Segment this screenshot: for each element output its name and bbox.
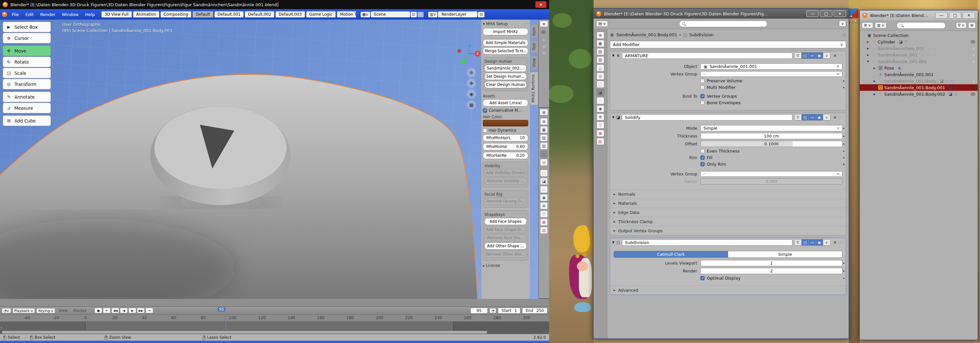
scene-unlink-icon[interactable]: ✕ [417, 12, 424, 17]
main-title-bar[interactable]: Blender* [E:\Daten Blender-3D Druck Figu… [0, 0, 549, 9]
outliner-search-input[interactable] [897, 22, 946, 29]
outliner-row[interactable]: ▶ SandmÃ¤nnle_001:Body.001 [860, 84, 978, 91]
properties-tab[interactable] [597, 130, 605, 137]
timeline-track-area[interactable] [0, 321, 549, 330]
camera-view-icon[interactable]: ◉ [467, 89, 476, 98]
catmull-clark-button[interactable]: Catmull-Clark [614, 251, 728, 257]
render-levels-field[interactable]: 2 [700, 268, 843, 274]
minimize-button[interactable]: — [806, 10, 819, 17]
pin-icon[interactable]: ⊙ [843, 32, 846, 37]
expand-arrow-icon[interactable]: ▶ [867, 54, 870, 57]
add-modifier-dropdown[interactable]: Add Modifier∨ [610, 41, 846, 48]
row-label[interactable]: SandmÃ¤nnle_001:Body [884, 79, 936, 84]
properties-tab[interactable] [597, 73, 605, 80]
sidebar-tab[interactable]: Item [531, 24, 538, 38]
expand-arrow-icon[interactable]: ▶ [873, 86, 877, 89]
menu-item[interactable]: Edit [22, 12, 37, 17]
drag-dots-icon[interactable]: ∷∷ [840, 241, 844, 244]
bind-vertex-groups-checkbox[interactable] [700, 94, 705, 98]
close-button[interactable]: ✕ [963, 12, 975, 19]
rim-fill-checkbox[interactable] [700, 156, 705, 160]
even-thickness-checkbox[interactable] [700, 149, 705, 153]
modifier-name-field[interactable]: Subdivision [622, 240, 792, 246]
properties-tab[interactable] [597, 138, 605, 145]
sidebar-tab[interactable]: Tool [531, 40, 538, 53]
navigation-gizmo[interactable]: X [457, 45, 480, 65]
viewport-display-toggle-icon[interactable]: ▭ [809, 52, 816, 59]
properties-tab[interactable] [540, 159, 548, 166]
properties-tab[interactable] [540, 170, 548, 177]
maximize-button[interactable]: □ [820, 10, 832, 17]
thickness-field[interactable]: 100 cm [700, 133, 843, 139]
row-label[interactable]: SandmÃ¤nnchen_001 [878, 46, 924, 51]
add-simple-materials-button[interactable]: Add Simple Materials [483, 39, 528, 46]
properties-tab[interactable] [597, 48, 605, 55]
edit-mode-toggle-icon[interactable]: ∇ [794, 52, 802, 59]
layout-tab[interactable]: Game Logic [306, 11, 336, 17]
layout-tab[interactable]: Compositing [161, 11, 191, 17]
preserve-volume-checkbox[interactable] [700, 79, 705, 83]
playhead[interactable] [225, 314, 226, 330]
frame-end-field[interactable]: End250 [522, 308, 547, 314]
region-collapse-icon[interactable]: › [1, 326, 2, 330]
tool-button[interactable]: ⊕ Cursor [3, 33, 51, 43]
visibility-toggle[interactable] [971, 40, 975, 44]
clear-design-human-button[interactable]: Clear Design Human [484, 81, 527, 88]
extras-dropdown-icon[interactable]: ∨ [823, 52, 830, 59]
properties-tab[interactable] [597, 105, 605, 113]
options-dropdown-icon[interactable]: ∨ [839, 21, 846, 27]
scene-name-field[interactable]: Scene [371, 11, 410, 17]
shapekeys-button[interactable]: Add Other Shape ... [484, 242, 527, 249]
viewport-display-toggle-icon[interactable]: ▭ [809, 114, 816, 120]
extras-dropdown-icon[interactable]: ∨ [823, 240, 830, 245]
sidebar-tab[interactable]: MHX2 Runtime [530, 71, 538, 105]
properties-tab[interactable] [597, 40, 605, 47]
drag-dots-icon[interactable]: ∷∷ [840, 54, 844, 57]
tool-button[interactable]: ↻ Rotate [3, 57, 51, 67]
layout-tab[interactable]: Animation [133, 11, 159, 17]
timeline-marker-menu[interactable]: Marker [71, 308, 89, 313]
cage-toggle-icon[interactable]: ◫ [802, 114, 809, 120]
close-button[interactable]: ✕ [535, 1, 547, 8]
render-toggle-icon[interactable]: ◉ [816, 52, 823, 59]
delete-modifier-icon[interactable]: ✕ [832, 53, 838, 58]
properties-tab[interactable] [540, 134, 548, 141]
jump-start-button[interactable]: ⇤ [103, 308, 111, 313]
properties-tab[interactable] [597, 32, 605, 39]
layout-tab[interactable]: Default.001 [214, 11, 244, 17]
expand-arrow-icon[interactable]: ▶ [873, 80, 877, 83]
factor-field[interactable]: 0.000 [700, 178, 843, 184]
collapsed-section[interactable]: ▶Edge Data [610, 208, 846, 217]
shapekeys-button[interactable]: Add Face Shapes [484, 218, 527, 225]
timeline-editor-icon[interactable]: ◔∨ [2, 308, 11, 313]
editor-type-icon[interactable]: ≣ ∨ [862, 22, 873, 29]
collapse-arrow-icon[interactable]: ▼ [612, 116, 614, 119]
current-frame-field[interactable]: 95 [470, 308, 488, 314]
tool-button[interactable]: ▶ Select Box [3, 22, 51, 32]
outliner-row[interactable]: ▶ SandmÃ¤nnle_001 ∨ [860, 52, 978, 58]
properties-tab[interactable] [597, 64, 605, 71]
properties-tab[interactable] [540, 178, 548, 185]
conservative-checkbox-row[interactable]: Conservative M... [483, 108, 528, 113]
breadcrumb-item[interactable]: Subdivision [689, 32, 714, 37]
edit-mode-toggle-icon[interactable]: ∇ [794, 240, 802, 245]
expand-arrow-icon[interactable]: ▶ [867, 41, 870, 43]
hair-color-swatch[interactable] [483, 120, 528, 126]
playback-dropdown[interactable]: Playback ∨ [13, 308, 35, 313]
visibility-toggle[interactable]: ∨ [972, 79, 975, 84]
shapekeys-button[interactable]: Add Face Shape Dr... [484, 226, 527, 233]
filter-icon[interactable]: ∇ ∨ [956, 22, 967, 29]
vertex-group-field[interactable]: ∷↔ [700, 171, 843, 177]
optimal-display-checkbox[interactable] [700, 276, 705, 280]
row-label[interactable]: Cylinder [878, 40, 896, 44]
tool-button[interactable]: ✥ Move [3, 45, 51, 56]
collapsed-section[interactable]: ▶Materials [610, 198, 846, 208]
expand-arrow-icon[interactable]: ▶ [867, 47, 870, 50]
properties-tab[interactable] [597, 56, 605, 64]
delete-modifier-icon[interactable]: ✕ [832, 115, 838, 120]
timeline-ruler[interactable]: -40-200204060801001201401601802002202402… [0, 314, 549, 321]
mhx-value-field[interactable]: MhxMinHairL 10 [483, 134, 528, 141]
add-asset-button[interactable]: Add Asset (.mxa) [483, 99, 528, 106]
renderlayer-name-field[interactable]: RenderLayer [438, 11, 477, 17]
render-toggle-icon[interactable]: ◉ [816, 114, 823, 120]
